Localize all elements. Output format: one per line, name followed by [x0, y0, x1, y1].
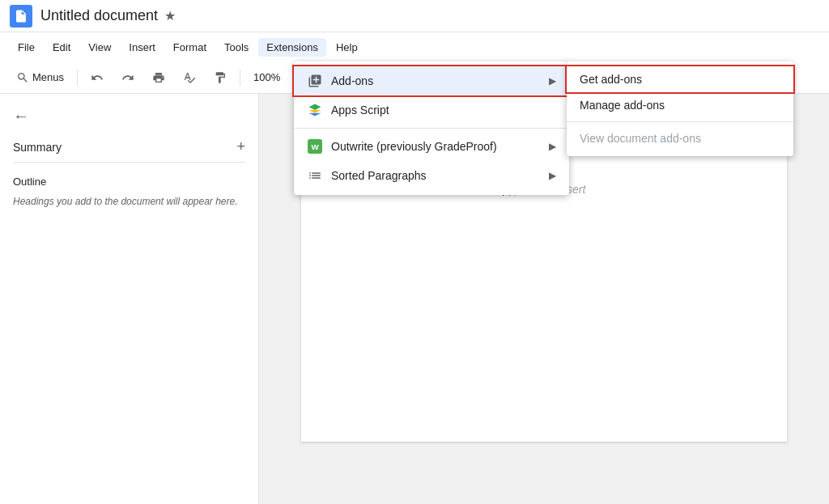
- sorted-paragraphs-label: Sorted Paragraphs: [331, 169, 427, 182]
- sorted-paragraphs-arrow-icon: ▶: [549, 170, 556, 181]
- toolbar-separator-1: [77, 70, 78, 86]
- redo-button[interactable]: [115, 68, 141, 87]
- document-title[interactable]: Untitled document: [40, 7, 158, 24]
- extensions-dropdown: Add-ons ▶ Apps Script W: [294, 61, 569, 195]
- title-bar: Untitled document ★: [0, 0, 829, 32]
- dropdown-separator: [294, 128, 569, 129]
- menu-tools[interactable]: Tools: [216, 38, 257, 57]
- menus-label: Menus: [32, 71, 64, 83]
- outwrite-arrow-icon: ▶: [549, 141, 556, 152]
- addons-icon: [307, 73, 323, 89]
- search-icon: [16, 71, 29, 84]
- zoom-control[interactable]: 100%: [247, 68, 287, 87]
- outwrite-item-left: W Outwrite (previously GradeProof): [307, 138, 497, 155]
- menu-edit[interactable]: Edit: [45, 38, 79, 57]
- add-summary-button[interactable]: +: [236, 138, 245, 155]
- toolbar-separator-2: [240, 70, 240, 86]
- menu-view[interactable]: View: [80, 38, 119, 57]
- sorted-paragraphs-item-left: Sorted Paragraphs: [307, 167, 427, 184]
- manage-addons-label: Manage add-ons: [580, 99, 665, 112]
- summary-section: Summary +: [13, 138, 245, 163]
- apps-script-menu-item[interactable]: Apps Script: [294, 95, 569, 125]
- outwrite-menu-item[interactable]: W Outwrite (previously GradeProof) ▶: [294, 132, 569, 161]
- addons-label: Add-ons: [331, 74, 373, 87]
- outwrite-icon: W: [307, 138, 323, 155]
- svg-text:W: W: [311, 142, 319, 151]
- outwrite-label: Outwrite (previously GradeProof): [331, 140, 497, 153]
- menu-insert[interactable]: Insert: [121, 38, 164, 57]
- view-doc-addons-item: View document add-ons: [567, 125, 793, 151]
- addons-menu-item[interactable]: Add-ons ▶: [294, 66, 569, 95]
- print-button[interactable]: [146, 68, 172, 87]
- addons-separator: [567, 121, 793, 122]
- back-button[interactable]: ←: [13, 107, 29, 125]
- addons-arrow-icon: ▶: [549, 75, 556, 87]
- menu-file[interactable]: File: [10, 38, 43, 57]
- view-doc-addons-label: View document add-ons: [580, 132, 701, 145]
- apps-script-icon: [307, 102, 323, 118]
- sorted-paragraphs-icon: [307, 167, 323, 184]
- get-addons-item[interactable]: Get add-ons: [567, 66, 793, 92]
- manage-addons-item[interactable]: Manage add-ons: [567, 92, 793, 118]
- addons-item-left: Add-ons: [307, 73, 373, 89]
- menu-extensions[interactable]: Extensions: [258, 38, 326, 57]
- sorted-paragraphs-menu-item[interactable]: Sorted Paragraphs ▶: [294, 161, 569, 190]
- addons-submenu: Get add-ons Manage add-ons View document…: [567, 61, 793, 156]
- outline-label: Outline: [13, 176, 245, 188]
- doc-icon: [10, 5, 32, 28]
- star-icon[interactable]: ★: [164, 8, 176, 23]
- get-addons-label: Get add-ons: [580, 73, 642, 86]
- menu-bar: File Edit View Insert Format Tools Exten…: [0, 32, 829, 61]
- outline-hint: Headings you add to the document will ap…: [13, 194, 245, 209]
- sidebar: ← Summary + Outline Headings you add to …: [0, 94, 259, 504]
- menu-help[interactable]: Help: [328, 38, 366, 57]
- spellcheck-button[interactable]: [176, 68, 202, 87]
- menu-format[interactable]: Format: [165, 38, 215, 57]
- apps-script-item-left: Apps Script: [307, 102, 389, 118]
- paint-format-button[interactable]: [207, 68, 233, 87]
- outline-section: Outline Headings you add to the document…: [13, 176, 245, 209]
- apps-script-label: Apps Script: [331, 104, 389, 116]
- summary-label: Summary: [13, 141, 62, 154]
- menus-button[interactable]: Menus: [10, 68, 70, 87]
- undo-button[interactable]: [84, 68, 110, 87]
